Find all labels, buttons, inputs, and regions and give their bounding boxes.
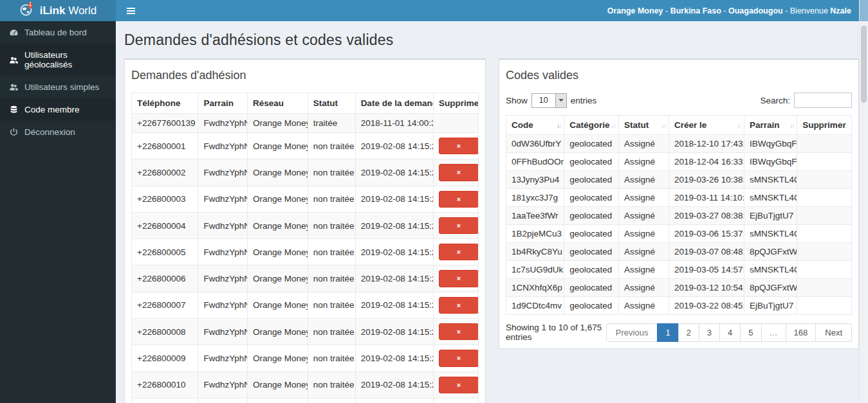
delete-button[interactable]: ×: [439, 217, 479, 234]
pagination-page-4[interactable]: 4: [719, 323, 741, 342]
cell-parrain: FwdhzYphN9: [198, 212, 248, 238]
cell-statut: Assigné: [619, 225, 669, 243]
sidebar-item-label: Tableau de bord: [24, 28, 87, 37]
sidebar-item-label: Utilisateurs simples: [24, 82, 99, 92]
sidebar-item-utilisateurs-geolocalises[interactable]: Utilisateurs géolocalisés: [0, 44, 116, 76]
cell-categorie: geolocated: [564, 243, 619, 261]
cell-telephone: +226800004: [132, 212, 198, 238]
cell-creer-le: 2019-03-07 08:48:45: [669, 243, 744, 261]
cell-statut: traitée: [308, 114, 355, 133]
cell-statut: Assigné: [619, 153, 669, 171]
pagination-previous-button[interactable]: Previous: [606, 323, 658, 342]
cell-reseau: Orange Money: [248, 398, 308, 403]
cell-statut: non traitée: [308, 212, 355, 238]
delete-button[interactable]: ×: [439, 270, 479, 287]
codes-column-creer-le[interactable]: Créer le↓↑: [669, 116, 744, 135]
codes-panel: Codes valides Show 10 entries Search: Co…: [499, 58, 859, 349]
dashboard-icon: [9, 28, 19, 37]
pagination-page-3[interactable]: 3: [699, 323, 720, 342]
main-content: Demandes d'adhésions et codes valides De…: [116, 21, 859, 403]
pagination-page-2[interactable]: 2: [678, 323, 699, 342]
pagination-page-5[interactable]: 5: [740, 323, 761, 342]
sidebar-toggle-button[interactable]: [116, 0, 146, 21]
pagination-page-168[interactable]: 168: [786, 323, 817, 342]
delete-button[interactable]: ×: [439, 244, 479, 260]
delete-button[interactable]: ×: [439, 350, 479, 366]
cell-date: 2019-02-08 14:15:26: [355, 265, 433, 292]
pagination-page-1[interactable]: 1: [657, 323, 678, 342]
codes-column-parrain[interactable]: Parrain↓↑: [744, 116, 797, 135]
cell-date: 2019-02-08 14:15:26: [355, 372, 433, 398]
sort-arrows-icon: ↓↑: [790, 121, 793, 129]
codes-panel-title: Codes valides: [506, 69, 852, 82]
cell-parrain: FwdhzYphN9: [198, 319, 248, 345]
delete-button[interactable]: ×: [439, 377, 479, 393]
cell-reseau: Orange Money: [248, 265, 308, 292]
sidebar-item-utilisateurs-simples[interactable]: Utilisateurs simples: [0, 76, 116, 98]
cell-supprimer: ×: [433, 292, 478, 318]
delete-button[interactable]: ×: [439, 164, 479, 181]
page-size-select[interactable]: 10: [531, 93, 567, 108]
cell-telephone: +226800330: [132, 398, 198, 403]
delete-button[interactable]: ×: [439, 138, 479, 154]
search-input[interactable]: [794, 93, 852, 108]
cell-parrain: sMNSKTL4OR: [744, 189, 797, 207]
cell-reseau: Orange Money: [248, 345, 308, 372]
cell-code: 1aaTee3fWr: [506, 207, 564, 225]
cell-telephone: +226800010: [132, 372, 198, 398]
code-row: 1d9CDtc4mvgeolocatedAssigné2019-03-22 08…: [506, 297, 852, 315]
entries-info: Showing 1 to 10 of 1,675 entries: [506, 323, 606, 342]
database-icon: [9, 105, 19, 114]
cell-parrain: EjBuTjgtU7: [744, 297, 797, 315]
cell-statut: non traitée: [308, 265, 355, 292]
sidebar-item-deconnexion[interactable]: Déconnexion: [0, 121, 116, 143]
delete-button[interactable]: ×: [439, 191, 479, 208]
cell-statut: Assigné: [619, 279, 669, 297]
cell-supprimer: ×: [433, 186, 478, 212]
cell-statut: non traitée: [308, 133, 355, 159]
cell-telephone: +226800006: [132, 265, 198, 292]
sort-arrows-icon: ↓↑: [844, 121, 848, 129]
cell-telephone: +226800009: [132, 345, 198, 372]
cell-parrain: IBWqyGbqFd: [744, 153, 797, 171]
cell-parrain: EjBuTjgtU7: [744, 207, 797, 225]
cell-creer-le: 2018-12-10 17:43:11: [669, 135, 744, 153]
code-row: 181yxc3J7ggeolocatedAssigné2019-03-11 14…: [506, 189, 852, 207]
sidebar-item-code-membre[interactable]: Code membre: [0, 98, 116, 121]
cell-date: 2019-02-08 14:15:26: [355, 212, 433, 238]
cell-supprimer: [797, 261, 852, 279]
cell-creer-le: 2018-12-04 16:33:24: [669, 153, 744, 171]
cell-statut: Assigné: [619, 171, 669, 189]
cell-supprimer: [797, 297, 852, 315]
page-scrollbar[interactable]: [859, 0, 868, 403]
sidebar-item-label: Utilisateurs géolocalisés: [24, 50, 107, 69]
svg-text:$: $: [30, 2, 31, 4]
code-row: 0dW36UfbrYgeolocatedAssigné2018-12-10 17…: [506, 135, 852, 153]
pagination-next-button[interactable]: Next: [815, 323, 852, 342]
adhesions-column-reseau: Réseau: [248, 93, 308, 114]
cell-statut: Assigné: [619, 243, 669, 261]
adhesion-row: +226800002FwdhzYphN9Orange Moneynon trai…: [132, 159, 479, 186]
delete-button[interactable]: ×: [439, 297, 479, 314]
cell-parrain: FwdhzYphN9: [198, 133, 248, 159]
codes-column-statut[interactable]: Statut↓↑: [619, 116, 669, 135]
pagination-ellipsis[interactable]: …: [761, 323, 786, 342]
cell-date: 2019-02-12 19:10:32: [355, 398, 433, 403]
brand-logo[interactable]: $ iLink World: [0, 0, 116, 21]
codes-column-categorie[interactable]: Catégorie↓↑: [564, 116, 619, 135]
search-control: Search:: [760, 93, 852, 108]
cell-creer-le: 2019-03-22 08:45:22: [669, 297, 744, 315]
cell-supprimer: [797, 189, 852, 207]
delete-button[interactable]: ×: [439, 323, 479, 340]
cell-parrain: FwdhzYphN9: [198, 398, 248, 403]
codes-column-code[interactable]: Code↓↑: [506, 116, 564, 135]
sidebar-item-tableau-de-bord[interactable]: Tableau de bord: [0, 21, 116, 44]
cell-parrain: FwdhzYphN9: [198, 114, 248, 133]
cell-supprimer: ×: [433, 212, 478, 238]
adhesions-column-date-de-la-demande: Date de la demande: [355, 93, 433, 114]
scrollbar-thumb[interactable]: [861, 26, 867, 103]
codes-table: Code↓↑Catégorie↓↑Statut↓↑Créer le↓↑Parra…: [506, 115, 852, 315]
sidebar-item-label: Code membre: [24, 105, 80, 114]
cell-code: 1B2pjeMCu3: [506, 225, 564, 243]
codes-column-supprimer[interactable]: Supprimer↓↑: [797, 116, 852, 135]
